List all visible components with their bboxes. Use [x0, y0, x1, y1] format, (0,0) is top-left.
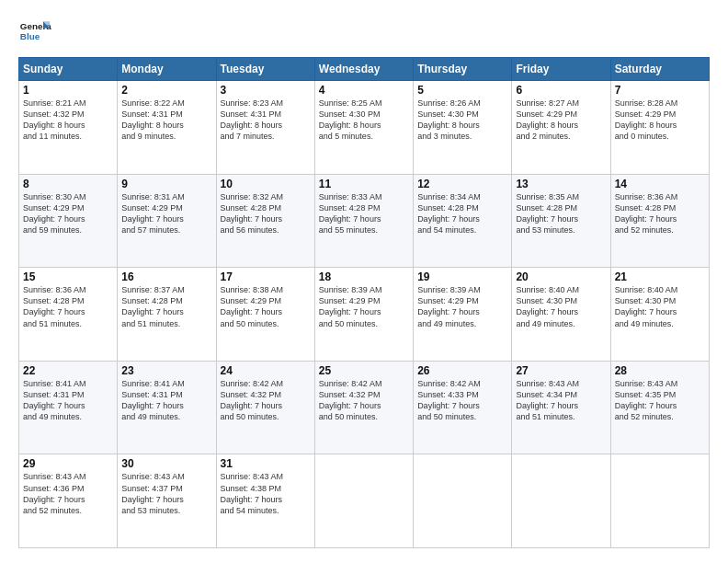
- day-number: 23: [121, 364, 211, 377]
- day-number: 26: [417, 364, 507, 377]
- cell-details: Sunrise: 8:36 AMSunset: 4:28 PMDaylight:…: [615, 191, 705, 236]
- calendar-week-row: 29Sunrise: 8:43 AMSunset: 4:36 PMDayligh…: [19, 454, 710, 548]
- day-header-sunday: Sunday: [19, 58, 118, 81]
- calendar-cell: 16Sunrise: 8:37 AMSunset: 4:28 PMDayligh…: [118, 268, 216, 362]
- day-number: 5: [417, 84, 507, 97]
- calendar-cell: 19Sunrise: 8:39 AMSunset: 4:29 PMDayligh…: [414, 268, 512, 362]
- day-number: 3: [221, 84, 311, 97]
- day-number: 24: [221, 364, 311, 377]
- day-header-monday: Monday: [118, 58, 216, 81]
- calendar-cell: 3Sunrise: 8:23 AMSunset: 4:31 PMDaylight…: [216, 81, 314, 175]
- cell-details: Sunrise: 8:42 AMSunset: 4:33 PMDaylight:…: [417, 378, 507, 423]
- cell-details: Sunrise: 8:43 AMSunset: 4:38 PMDaylight:…: [221, 471, 311, 516]
- day-number: 27: [516, 364, 606, 377]
- calendar-cell: 30Sunrise: 8:43 AMSunset: 4:37 PMDayligh…: [118, 454, 216, 548]
- day-number: 13: [516, 178, 606, 190]
- calendar-cell: 9Sunrise: 8:31 AMSunset: 4:29 PMDaylight…: [118, 174, 216, 268]
- day-header-wednesday: Wednesday: [314, 58, 413, 81]
- logo: General Blue: [18, 15, 51, 48]
- day-number: 29: [23, 457, 113, 470]
- calendar-cell: 12Sunrise: 8:34 AMSunset: 4:28 PMDayligh…: [414, 174, 512, 268]
- day-number: 22: [23, 364, 113, 377]
- calendar-cell: 11Sunrise: 8:33 AMSunset: 4:28 PMDayligh…: [314, 174, 413, 268]
- day-number: 4: [319, 84, 409, 97]
- day-number: 20: [516, 270, 606, 283]
- cell-details: Sunrise: 8:43 AMSunset: 4:34 PMDaylight:…: [516, 378, 606, 423]
- cell-details: Sunrise: 8:43 AMSunset: 4:35 PMDaylight:…: [615, 378, 705, 423]
- day-number: 17: [221, 270, 311, 283]
- header: General Blue: [18, 15, 710, 48]
- day-number: 14: [615, 178, 705, 190]
- day-header-tuesday: Tuesday: [216, 58, 314, 81]
- cell-details: Sunrise: 8:38 AMSunset: 4:29 PMDaylight:…: [221, 284, 311, 329]
- cell-details: Sunrise: 8:23 AMSunset: 4:31 PMDaylight:…: [221, 98, 311, 143]
- day-number: 21: [615, 270, 705, 283]
- calendar-cell: 5Sunrise: 8:26 AMSunset: 4:30 PMDaylight…: [414, 81, 512, 175]
- cell-details: Sunrise: 8:40 AMSunset: 4:30 PMDaylight:…: [615, 284, 705, 329]
- svg-text:Blue: Blue: [20, 31, 40, 41]
- general-blue-logo-icon: General Blue: [18, 15, 51, 48]
- calendar-week-row: 15Sunrise: 8:36 AMSunset: 4:28 PMDayligh…: [19, 268, 710, 362]
- calendar-cell: 8Sunrise: 8:30 AMSunset: 4:29 PMDaylight…: [19, 174, 118, 268]
- calendar-cell: 24Sunrise: 8:42 AMSunset: 4:32 PMDayligh…: [216, 361, 314, 454]
- calendar-cell: 14Sunrise: 8:36 AMSunset: 4:28 PMDayligh…: [610, 174, 709, 268]
- day-number: 12: [417, 178, 507, 190]
- calendar-cell: 29Sunrise: 8:43 AMSunset: 4:36 PMDayligh…: [19, 454, 118, 548]
- calendar-table: SundayMondayTuesdayWednesdayThursdayFrid…: [18, 57, 710, 548]
- calendar-cell: 10Sunrise: 8:32 AMSunset: 4:28 PMDayligh…: [216, 174, 314, 268]
- calendar-cell: 7Sunrise: 8:28 AMSunset: 4:29 PMDaylight…: [610, 81, 709, 175]
- cell-details: Sunrise: 8:36 AMSunset: 4:28 PMDaylight:…: [23, 284, 113, 329]
- calendar-cell: 17Sunrise: 8:38 AMSunset: 4:29 PMDayligh…: [216, 268, 314, 362]
- calendar-cell: [314, 454, 413, 548]
- day-header-friday: Friday: [512, 58, 610, 81]
- cell-details: Sunrise: 8:26 AMSunset: 4:30 PMDaylight:…: [417, 98, 507, 143]
- calendar-cell: 28Sunrise: 8:43 AMSunset: 4:35 PMDayligh…: [610, 361, 709, 454]
- cell-details: Sunrise: 8:22 AMSunset: 4:31 PMDaylight:…: [121, 98, 211, 143]
- day-number: 25: [319, 364, 409, 377]
- day-header-thursday: Thursday: [414, 58, 512, 81]
- cell-details: Sunrise: 8:27 AMSunset: 4:29 PMDaylight:…: [516, 98, 606, 143]
- cell-details: Sunrise: 8:39 AMSunset: 4:29 PMDaylight:…: [417, 284, 507, 329]
- calendar-cell: 27Sunrise: 8:43 AMSunset: 4:34 PMDayligh…: [512, 361, 610, 454]
- cell-details: Sunrise: 8:30 AMSunset: 4:29 PMDaylight:…: [23, 191, 113, 236]
- calendar-cell: [610, 454, 709, 548]
- cell-details: Sunrise: 8:32 AMSunset: 4:28 PMDaylight:…: [221, 191, 311, 236]
- calendar-cell: 22Sunrise: 8:41 AMSunset: 4:31 PMDayligh…: [19, 361, 118, 454]
- cell-details: Sunrise: 8:33 AMSunset: 4:28 PMDaylight:…: [319, 191, 409, 236]
- day-number: 6: [516, 84, 606, 97]
- cell-details: Sunrise: 8:40 AMSunset: 4:30 PMDaylight:…: [516, 284, 606, 329]
- day-number: 8: [23, 178, 113, 190]
- cell-details: Sunrise: 8:25 AMSunset: 4:30 PMDaylight:…: [319, 98, 409, 143]
- cell-details: Sunrise: 8:42 AMSunset: 4:32 PMDaylight:…: [319, 378, 409, 423]
- cell-details: Sunrise: 8:37 AMSunset: 4:28 PMDaylight:…: [121, 284, 211, 329]
- cell-details: Sunrise: 8:31 AMSunset: 4:29 PMDaylight:…: [121, 191, 211, 236]
- cell-details: Sunrise: 8:43 AMSunset: 4:36 PMDaylight:…: [23, 471, 113, 516]
- calendar-week-row: 1Sunrise: 8:21 AMSunset: 4:32 PMDaylight…: [19, 81, 710, 175]
- calendar-cell: [512, 454, 610, 548]
- calendar-cell: 23Sunrise: 8:41 AMSunset: 4:31 PMDayligh…: [118, 361, 216, 454]
- day-number: 19: [417, 270, 507, 283]
- calendar-cell: 2Sunrise: 8:22 AMSunset: 4:31 PMDaylight…: [118, 81, 216, 175]
- cell-details: Sunrise: 8:43 AMSunset: 4:37 PMDaylight:…: [121, 471, 211, 516]
- day-number: 11: [319, 178, 409, 190]
- cell-details: Sunrise: 8:41 AMSunset: 4:31 PMDaylight:…: [121, 378, 211, 423]
- day-number: 16: [121, 270, 211, 283]
- day-number: 18: [319, 270, 409, 283]
- day-number: 9: [121, 178, 211, 190]
- cell-details: Sunrise: 8:41 AMSunset: 4:31 PMDaylight:…: [23, 378, 113, 423]
- cell-details: Sunrise: 8:39 AMSunset: 4:29 PMDaylight:…: [319, 284, 409, 329]
- cell-details: Sunrise: 8:21 AMSunset: 4:32 PMDaylight:…: [23, 98, 113, 143]
- calendar-week-row: 8Sunrise: 8:30 AMSunset: 4:29 PMDaylight…: [19, 174, 710, 268]
- day-number: 30: [121, 457, 211, 470]
- day-number: 2: [121, 84, 211, 97]
- calendar-cell: 4Sunrise: 8:25 AMSunset: 4:30 PMDaylight…: [314, 81, 413, 175]
- calendar-cell: 18Sunrise: 8:39 AMSunset: 4:29 PMDayligh…: [314, 268, 413, 362]
- calendar-cell: 20Sunrise: 8:40 AMSunset: 4:30 PMDayligh…: [512, 268, 610, 362]
- calendar-week-row: 22Sunrise: 8:41 AMSunset: 4:31 PMDayligh…: [19, 361, 710, 454]
- calendar-cell: 21Sunrise: 8:40 AMSunset: 4:30 PMDayligh…: [610, 268, 709, 362]
- calendar-cell: 25Sunrise: 8:42 AMSunset: 4:32 PMDayligh…: [314, 361, 413, 454]
- cell-details: Sunrise: 8:28 AMSunset: 4:29 PMDaylight:…: [615, 98, 705, 143]
- page: General Blue SundayMondayTuesdayWednesda…: [0, 0, 728, 563]
- calendar-cell: 6Sunrise: 8:27 AMSunset: 4:29 PMDaylight…: [512, 81, 610, 175]
- day-number: 10: [221, 178, 311, 190]
